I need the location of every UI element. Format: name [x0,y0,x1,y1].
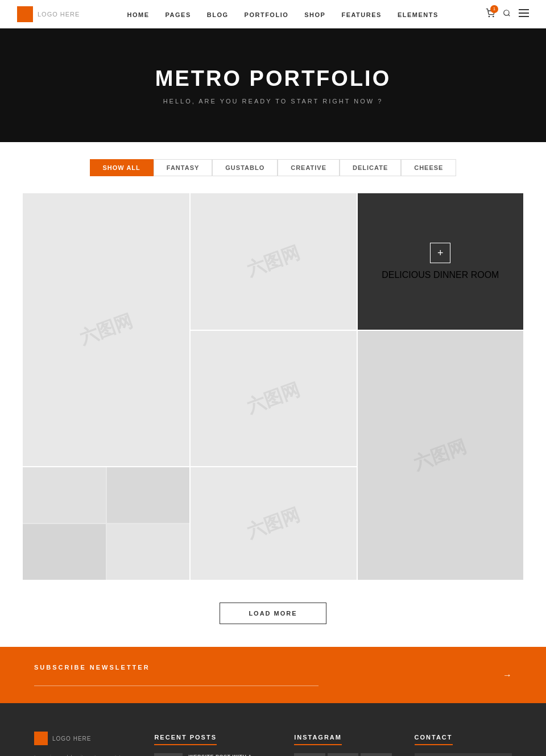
nav-portfolio[interactable]: PORTFOLIO [245,11,289,18]
newsletter-title: SUBSCRIBE NEWSLETTER [34,664,318,671]
hero-subtitle: HELLO, ARE YOU READY TO START RIGHT NOW … [163,98,383,105]
search-icon[interactable] [503,9,511,19]
footer-recent-posts: RECENT POSTS WEBSITE POST WITH A SMART D… [154,732,271,756]
hero-title: METRO PORTFOLIO [155,67,391,91]
navbar: LOGO HERE HOME PAGES BLOG PORTFOLIO SHOP… [0,0,546,28]
filter-delicate[interactable]: DELICATE [340,159,401,176]
instagram-title: INSTAGRAM [294,734,342,745]
footer: LOGO HERE Lorem ipsum dolor sit amet, co… [0,703,546,756]
portfolio-item-1[interactable]: 六图网 [23,193,189,466]
footer-instagram: INSTAGRAM [294,732,391,756]
portfolio-sub-1[interactable] [23,467,106,523]
svg-point-1 [493,16,494,16]
insta-2[interactable] [328,753,358,756]
footer-description: Lorem ipsum dolor sit amet, consectetur … [34,753,131,756]
hamburger-icon[interactable] [519,9,529,19]
footer-logo-icon [34,732,48,745]
nav-shop[interactable]: SHOP [304,11,325,18]
logo[interactable]: LOGO HERE [17,6,80,22]
plus-icon: + [430,243,450,263]
contact-form: Send [415,753,512,756]
load-more-button[interactable]: LOAD MORE [220,603,326,624]
newsletter-input[interactable] [34,674,318,686]
cart-icon[interactable]: 1 [486,9,495,20]
hero-section: METRO PORTFOLIO HELLO, ARE YOU READY TO … [0,28,546,142]
nav-pages[interactable]: PAGES [166,11,191,18]
svg-point-2 [504,10,509,15]
contact-title: CONTACT [415,734,453,745]
post-title-1[interactable]: WEBSITE POST WITH A SMART DESIGNED GALLE… [188,753,271,756]
recent-posts-title: RECENT POSTS [154,734,217,745]
post-thumb-1 [154,753,183,756]
portfolio-item-dark[interactable]: + DELICIOUS DINNER ROOM [357,193,523,330]
newsletter-left: SUBSCRIBE NEWSLETTER [34,664,318,686]
nav-blog[interactable]: BLOG [207,11,229,18]
portfolio-item-6[interactable]: 六图网 [189,466,356,580]
portfolio-item-dark-title: DELICIOUS DINNER ROOM [382,270,499,280]
footer-contact: CONTACT Send [415,732,512,756]
cart-badge: 1 [490,5,498,13]
nav-links: HOME PAGES BLOG PORTFOLIO SHOP FEATURES … [127,9,439,19]
logo-text: LOGO HERE [38,11,80,18]
filter-bar: SHOW ALL FANTASY GUSTABLO CREATIVE DELIC… [0,142,546,193]
footer-about: LOGO HERE Lorem ipsum dolor sit amet, co… [34,732,131,756]
nav-elements[interactable]: ELEMENTS [398,11,439,18]
portfolio-sub-3[interactable] [23,524,106,580]
contact-name[interactable] [415,753,512,756]
portfolio-item-2[interactable]: 六图网 [189,193,356,330]
filter-fantasy[interactable]: FANTASY [154,159,213,176]
portfolio-sub-4[interactable] [107,524,190,580]
footer-logo-text: LOGO HERE [52,736,91,742]
logo-icon [17,6,33,22]
newsletter-input-row [34,674,318,686]
insta-1[interactable] [294,753,325,756]
load-more-section: LOAD MORE [0,580,546,647]
portfolio-sub-2[interactable] [107,467,190,523]
portfolio-item-5[interactable] [23,466,189,580]
recent-post-1: WEBSITE POST WITH A SMART DESIGNED GALLE… [154,753,271,756]
filter-gustablo[interactable]: GUSTABLO [212,159,278,176]
insta-3[interactable] [361,753,391,756]
nav-home[interactable]: HOME [127,11,150,18]
filter-show-all[interactable]: SHOW ALL [90,159,154,176]
portfolio-item-3[interactable]: 六图网 [189,330,356,466]
filter-cheese[interactable]: CHEESE [401,159,456,176]
newsletter-section: SUBSCRIBE NEWSLETTER → [0,647,546,703]
instagram-grid [294,753,391,756]
svg-line-3 [508,15,510,16]
portfolio-grid: 六图网 六图网 + DELICIOUS DINNER ROOM 六图网 六图网 [23,193,523,580]
footer-grid: LOGO HERE Lorem ipsum dolor sit amet, co… [34,732,512,756]
nav-features[interactable]: FEATURES [341,11,381,18]
portfolio-item-4[interactable]: 六图网 [357,330,523,580]
nav-actions: 1 [486,9,529,20]
post-info-1: WEBSITE POST WITH A SMART DESIGNED GALLE… [188,753,271,756]
newsletter-arrow[interactable]: → [503,670,512,680]
footer-logo: LOGO HERE [34,732,131,745]
filter-creative[interactable]: CREATIVE [278,159,340,176]
svg-point-0 [489,16,489,16]
